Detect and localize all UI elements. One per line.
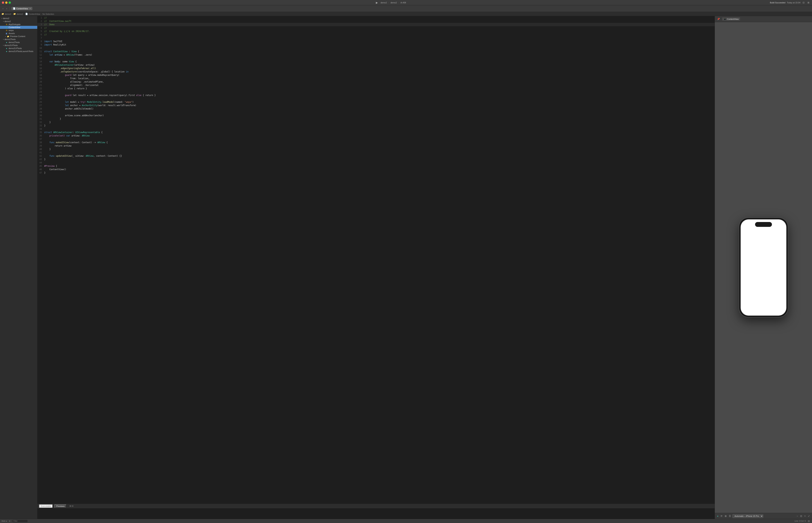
sidebar-toggle[interactable]: ⊡ [802, 1, 805, 4]
sidebar-label: wepa [8, 29, 14, 32]
code-line-6: 6// [37, 33, 714, 36]
code-token: let query = arView.makeRaycastQuery( [73, 74, 119, 76]
sidebar-item-contentview[interactable]: ■ ContentView [0, 26, 37, 29]
sidebar-item-assets[interactable]: ◧ Assets [0, 32, 37, 35]
debug-tab-previews[interactable]: Previews [54, 504, 67, 508]
run-button[interactable]: ▶ [375, 1, 379, 4]
code-token: struct [44, 50, 53, 53]
line-content: let model = try! ModelEntity.loadModel(n… [44, 100, 714, 104]
code-token: "wepa" [125, 101, 133, 103]
pin-icon[interactable]: 📌 [716, 17, 721, 21]
code-line-9: 9import RealityKit [37, 43, 714, 47]
code-token: } [44, 118, 61, 120]
split-view-btn[interactable]: ⊞ [807, 1, 810, 4]
line-content: func updateUIView(_ uiView: ARView, cont… [44, 154, 714, 158]
code-token: } [44, 148, 51, 150]
sidebar-item-demo2[interactable]: ▾ demo2 [0, 20, 37, 23]
back-button[interactable]: ‹ [1, 7, 4, 10]
sidebar-item-demo2uitests-file[interactable]: ■ demo2UITests [0, 47, 37, 50]
sidebar-item-demo2tests-group[interactable]: ▾ demo2Tests [0, 38, 37, 41]
code-line-46: 46 ContentView() [37, 168, 714, 171]
close-tab-icon[interactable]: ✕ [30, 7, 31, 10]
close-button[interactable] [2, 1, 4, 4]
line-content: .onTapGesture(coordinateSpace: .global) … [44, 70, 714, 73]
sidebar-item-wepa[interactable]: ⚙ wepa [0, 29, 37, 32]
code-token: : [73, 131, 75, 134]
code-token: } [44, 172, 46, 174]
preview-tab-label: ContentView [727, 18, 739, 20]
sidebar-label: Preview Content [10, 35, 25, 37]
code-token: let [65, 104, 70, 107]
sidebar-item-demo2tests-file[interactable]: ■ demo2Tests [0, 41, 37, 44]
line-number: 21 [37, 84, 44, 87]
preview-settings-btn[interactable]: ☰ [728, 515, 732, 518]
title-bar: ▶ demo2 › demo2 › A-408 Build Succeeded … [0, 0, 812, 5]
debug-tab-executable[interactable]: Executable [39, 504, 53, 508]
preview-tab[interactable]: 📱 ContentView [722, 17, 740, 21]
breadcrumb-item-4[interactable]: No Selection [42, 13, 54, 15]
collapse-icon: ▾ [3, 39, 4, 40]
zoom-in-btn[interactable]: + [804, 515, 806, 518]
breadcrumb-item-3[interactable]: 📄 [25, 13, 28, 15]
line-number: 1 [37, 16, 44, 19]
line-number: 44 [37, 161, 44, 164]
forward-button[interactable]: › [5, 7, 8, 10]
code-token: guard [65, 74, 73, 76]
code-token: ARView [86, 155, 94, 157]
add-file-btn[interactable]: + [8, 520, 11, 523]
code-token: guard [65, 94, 73, 96]
sidebar-item-root-demo2[interactable]: ▾ demo2 [0, 17, 37, 20]
line-content: import RealityKit [44, 43, 714, 47]
line-content: let arView = ARView(frame: .zero) [44, 53, 714, 56]
minimize-button[interactable] [5, 1, 7, 4]
breadcrumb-item-2[interactable]: 📁 [13, 13, 16, 15]
code-token: let result = arView.session.raycast(quer… [73, 94, 136, 96]
sidebar-item-demo2uitests-launch[interactable]: ■ demo2UITestsLaunchTests [0, 50, 37, 53]
code-line-13: 13 [37, 56, 714, 60]
line-content: ARViewContainer(arView: arView) [44, 63, 714, 67]
code-token: AnchorEntity [82, 104, 98, 107]
sidebar-item-appdelegate[interactable]: ⚙ AppDelegate [0, 23, 37, 26]
device-selector[interactable]: Automatic – iPhone 15 Pro [732, 514, 763, 518]
line-number: 4 [37, 26, 44, 30]
code-token: (coordinateSpace: .global) { location [76, 70, 126, 73]
breadcrumb-item-1[interactable]: 📁 [1, 13, 4, 15]
code-line-16: 16 .edgesIgnoringSafeArea(.all) [37, 67, 714, 70]
code-token: var [44, 60, 54, 63]
code-token: import [44, 43, 53, 46]
code-line-25: 25 [37, 97, 714, 100]
maximize-button[interactable] [8, 1, 11, 4]
warning-btn[interactable]: ⊡ [807, 520, 811, 523]
line-number: 12 [37, 53, 44, 56]
file-icon: ■ [5, 26, 8, 29]
code-token: from: location, [44, 77, 89, 80]
debug-icons: ⊞ ⊟ [69, 505, 73, 507]
build-time: Today at 15:04 [787, 1, 800, 4]
separator: › [388, 1, 389, 4]
code-line-40: 40 } [37, 147, 714, 151]
sidebar-item-preview-content[interactable]: ▸ 📁 Preview Content [0, 35, 37, 38]
code-editor[interactable]: 1//2// ContentView.swift3// Demo4//5// C… [37, 16, 714, 504]
line-number: 29 [37, 110, 44, 114]
code-line-42: 42 func updateUIView(_ uiView: ARView, c… [37, 154, 714, 158]
active-file-tab[interactable]: 📄 ContentView ✕ [12, 7, 32, 10]
code-line-7: 7 [37, 36, 714, 40]
zoom-out-btn[interactable]: − [796, 515, 799, 518]
preview-refresh-btn[interactable]: ⟳ [720, 515, 723, 518]
code-line-2: 2// ContentView.swift [37, 19, 714, 23]
filter-input[interactable] [13, 520, 28, 522]
build-status: Build Succeeded [770, 1, 785, 4]
sidebar-item-demo2uitests-group[interactable]: ▾ demo2UITests [0, 44, 37, 47]
zoom-fit-btn[interactable]: ⊡ [799, 515, 803, 518]
auto-label: Auto ◂ [1, 520, 7, 522]
preview-inspect-btn[interactable]: ⊞ [724, 515, 727, 518]
line-content [44, 127, 714, 131]
code-line-11: 11struct ContentView : View { [37, 50, 714, 53]
line-number: 26 [37, 100, 44, 104]
preview-live-btn[interactable]: ● [716, 515, 719, 518]
fullscreen-btn[interactable]: ⤢ [807, 515, 811, 518]
line-content: ) else { return } [44, 87, 714, 90]
debug-tabs: Executable Previews ⊞ ⊟ [37, 504, 714, 508]
code-token: arView: [71, 134, 82, 137]
project-name: demo2 [381, 1, 387, 4]
